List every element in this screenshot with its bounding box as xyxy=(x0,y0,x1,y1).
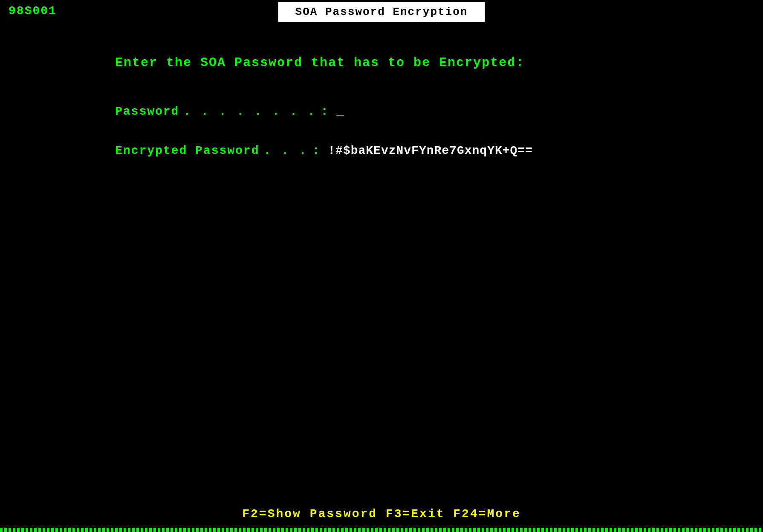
encrypted-value: !#$baKEvzNvFYnRe7GxnqYK+Q== xyxy=(328,144,533,157)
system-id: 98S001 xyxy=(0,0,65,22)
encrypted-password-label: Encrypted Password xyxy=(115,144,259,157)
password-cursor[interactable]: _ xyxy=(336,104,344,119)
top-bar: 98S001 SOA Password Encryption xyxy=(0,0,763,21)
password-colon: : xyxy=(321,105,328,118)
bottom-separator xyxy=(0,528,763,532)
encrypted-colon: : xyxy=(312,144,319,157)
password-label: Password xyxy=(115,105,179,118)
encrypted-field-row: Encrypted Password . . . : !#$baKEvzNvFY… xyxy=(115,144,737,157)
bottom-bar: F2=Show Password F3=Exit F24=More xyxy=(0,501,763,532)
encrypted-dots: . . . xyxy=(263,144,308,157)
function-keys-bar: F2=Show Password F3=Exit F24=More xyxy=(0,501,763,527)
password-dots: . . . . . . . . xyxy=(183,105,316,118)
instruction-text: Enter the SOA Password that has to be En… xyxy=(115,55,737,70)
terminal-screen: 98S001 SOA Password Encryption Enter the… xyxy=(0,0,763,532)
main-content: Enter the SOA Password that has to be En… xyxy=(115,55,737,183)
screen-title: SOA Password Encryption xyxy=(278,2,485,22)
password-field-row: Password . . . . . . . . : _ xyxy=(115,104,737,119)
function-keys-text[interactable]: F2=Show Password F3=Exit F24=More xyxy=(242,507,521,520)
